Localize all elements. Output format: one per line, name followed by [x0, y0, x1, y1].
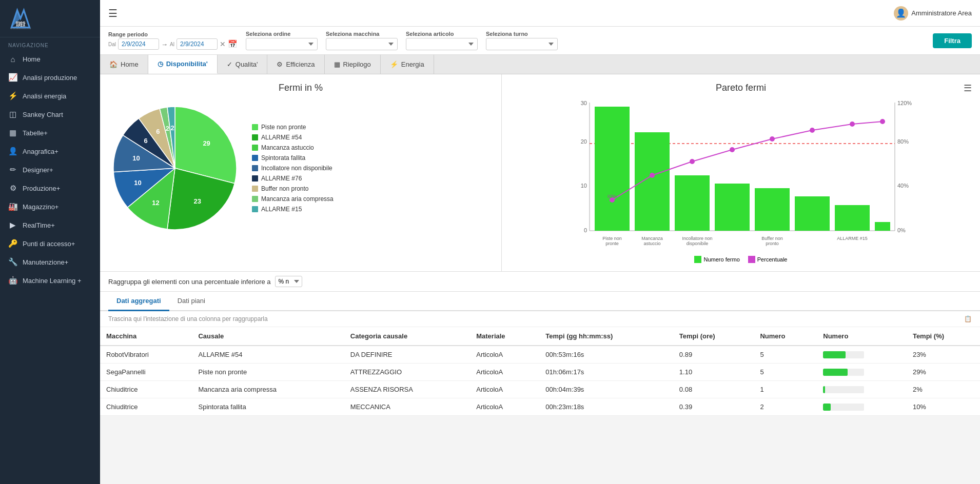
- tab-riepilogo[interactable]: ▦ Riepilogo: [325, 55, 381, 74]
- th-macchina[interactable]: Macchina: [100, 327, 192, 346]
- dal-input[interactable]: [118, 38, 159, 50]
- sidebar-item-designer[interactable]: ✏ Designer+: [0, 160, 100, 179]
- legend-label-2: Mancanza astuccio: [261, 144, 314, 151]
- legend-dot-5: [252, 175, 258, 182]
- pie-label-7: 2: [166, 125, 169, 132]
- th-tempi-pct[interactable]: Tempi (%): [907, 327, 980, 346]
- sidebar-item-manutenzione[interactable]: 🔧 Manutenzione+: [0, 253, 100, 271]
- legend-dot-7: [252, 196, 258, 202]
- filterbar: Range periodo Dal → Al ✕ 📅 Seleziona ord…: [100, 27, 980, 55]
- sub-tab-dati-aggregati-label: Dati aggregati: [116, 297, 161, 305]
- sidebar-item-magazzino[interactable]: 🏭 Magazzino+: [0, 197, 100, 216]
- tab-riepilogo-label: Riepilogo: [343, 60, 371, 68]
- sidebar-item-sankey[interactable]: ◫ Sankey Chart: [0, 105, 100, 124]
- legend-label-3: Spintorata fallita: [261, 154, 305, 162]
- al-input[interactable]: [177, 38, 218, 50]
- nav-label: NAVIGAZIONE: [0, 37, 100, 50]
- sidebar-item-home[interactable]: ⌂ Home: [0, 50, 100, 68]
- cell-bar: [817, 346, 907, 364]
- fermi-title: Fermi in %: [108, 83, 493, 93]
- th-causale[interactable]: Causale: [192, 327, 344, 346]
- tab-qualita[interactable]: ✓ Qualita': [218, 55, 268, 74]
- th-tempi-ore[interactable]: Tempi (ore): [673, 327, 754, 346]
- svg-text:0: 0: [584, 227, 587, 233]
- date-arrow: →: [161, 41, 168, 48]
- pareto-dot-2: [690, 159, 695, 164]
- accesso-icon: 🔑: [8, 239, 17, 248]
- sidebar-item-punti-accesso[interactable]: 🔑 Punti di accesso+: [0, 234, 100, 253]
- tab-disponibilita-icon: ◷: [158, 60, 163, 68]
- table-row: SegaPannelli Piste non pronte ATTREZZAGG…: [100, 364, 980, 381]
- legend-dot-2: [252, 145, 258, 151]
- pareto-bar-6: [835, 205, 870, 231]
- pareto-dot-4: [770, 136, 775, 142]
- anagrafica-icon: 👤: [8, 147, 17, 156]
- designer-icon: ✏: [8, 165, 17, 174]
- table-body: RobotVibratori ALLARME #54 DA DEFINIRE A…: [100, 346, 980, 416]
- date-clear-button[interactable]: ✕: [220, 40, 226, 48]
- ordine-select[interactable]: [246, 38, 318, 50]
- calendar-icon[interactable]: 📅: [228, 39, 238, 49]
- cell-macchina: SegaPannelli: [100, 364, 192, 381]
- pareto-menu-button[interactable]: ☰: [964, 83, 972, 94]
- sidebar-item-produzione[interactable]: ⚙ Produzione+: [0, 179, 100, 197]
- cell-tempi-pct: 23%: [907, 346, 980, 364]
- legend-dot-4: [252, 165, 258, 171]
- pie-label-5: 6: [144, 137, 148, 145]
- sidebar-item-analisi-energia[interactable]: ⚡ Analisi energia: [0, 87, 100, 105]
- legend-item-6: Buffer non pronto: [252, 185, 334, 192]
- macchina-select[interactable]: [326, 38, 398, 50]
- sidebar-item-magazzino-label: Magazzino+: [23, 203, 58, 211]
- sidebar-item-manutenzione-label: Manutenzione+: [23, 258, 68, 266]
- th-categoria[interactable]: Categoria causale: [344, 327, 470, 346]
- pareto-bar-4: [755, 188, 790, 231]
- sidebar-item-realtime[interactable]: ▶ RealTime+: [0, 216, 100, 234]
- pareto-title: Pareto fermi: [510, 83, 972, 93]
- table-area: Trascina qui l'intestazione di una colon…: [100, 311, 980, 416]
- svg-text:0%: 0%: [897, 227, 906, 233]
- tab-home-icon: 🏠: [109, 60, 117, 68]
- svg-text:INTERLINKED EVOLUTION: INTERLINKED EVOLUTION: [10, 28, 31, 30]
- sidebar-item-machine-learning[interactable]: 🤖 Machine Learning +: [0, 271, 100, 290]
- sub-tab-dati-aggregati[interactable]: Dati aggregati: [108, 292, 169, 311]
- turno-label: Seleziona turno: [486, 31, 558, 37]
- sidebar-item-tabelle[interactable]: ▦ Tabelle+: [0, 124, 100, 142]
- svg-text:63%: 63%: [607, 194, 617, 199]
- turno-select[interactable]: [486, 38, 558, 50]
- articolo-select[interactable]: [406, 38, 478, 50]
- sidebar-item-punti-accesso-label: Punti di accesso+: [23, 240, 75, 248]
- pareto-bar-1: [635, 132, 670, 231]
- th-numero2[interactable]: Numero: [817, 327, 907, 346]
- tab-qualita-label: Qualita': [236, 60, 258, 68]
- sidebar-item-analisi-produzione[interactable]: 📈 Analisi produzione: [0, 68, 100, 87]
- svg-text:mes: mes: [15, 19, 25, 25]
- macchina-label: Seleziona macchina: [326, 31, 398, 37]
- tab-energia[interactable]: ⚡ Energia: [381, 55, 434, 74]
- th-numero1[interactable]: Numero: [754, 327, 817, 346]
- energia-icon: ⚡: [8, 91, 17, 100]
- cell-categoria: MECCANICA: [344, 398, 470, 416]
- cell-categoria: DA DEFINIRE: [344, 346, 470, 364]
- hamburger-button[interactable]: ☰: [108, 7, 117, 19]
- legend-item-1: ALLARME #54: [252, 134, 334, 141]
- th-tempi-gg[interactable]: Tempi (gg hh:mm:ss): [539, 327, 673, 346]
- th-materiale[interactable]: Materiale: [470, 327, 539, 346]
- filtra-button[interactable]: Filtra: [933, 33, 972, 48]
- cell-causale: Mancanza aria compressa: [192, 381, 344, 398]
- pareto-dot-1: [650, 173, 655, 178]
- tab-home[interactable]: 🏠 Home: [100, 55, 148, 74]
- cell-materiale: ArticoloA: [470, 364, 539, 381]
- main-area: ☰ 👤 Amministratore Area Range periodo Da…: [100, 0, 980, 484]
- tab-home-label: Home: [121, 60, 139, 68]
- raggruppa-select[interactable]: % n 1% 5% 10%: [275, 276, 302, 287]
- svg-text:Piste non: Piste non: [602, 236, 622, 241]
- pareto-dot-5: [810, 128, 815, 133]
- sidebar-item-analisi-energia-label: Analisi energia: [23, 92, 66, 100]
- sidebar-item-anagrafica[interactable]: 👤 Anagrafica+: [0, 142, 100, 160]
- sub-tab-dati-piani[interactable]: Dati piani: [169, 292, 213, 311]
- tab-efficienza[interactable]: ⚙ Efficienza: [267, 55, 324, 74]
- export-icon[interactable]: 📋: [964, 315, 972, 322]
- fermi-pie-section: Fermi in % 29231210106622 Piste non pron…: [100, 74, 502, 271]
- tab-disponibilita[interactable]: ◷ Disponibilita': [148, 55, 218, 74]
- sidebar-item-produzione-label: Produzione+: [23, 185, 60, 192]
